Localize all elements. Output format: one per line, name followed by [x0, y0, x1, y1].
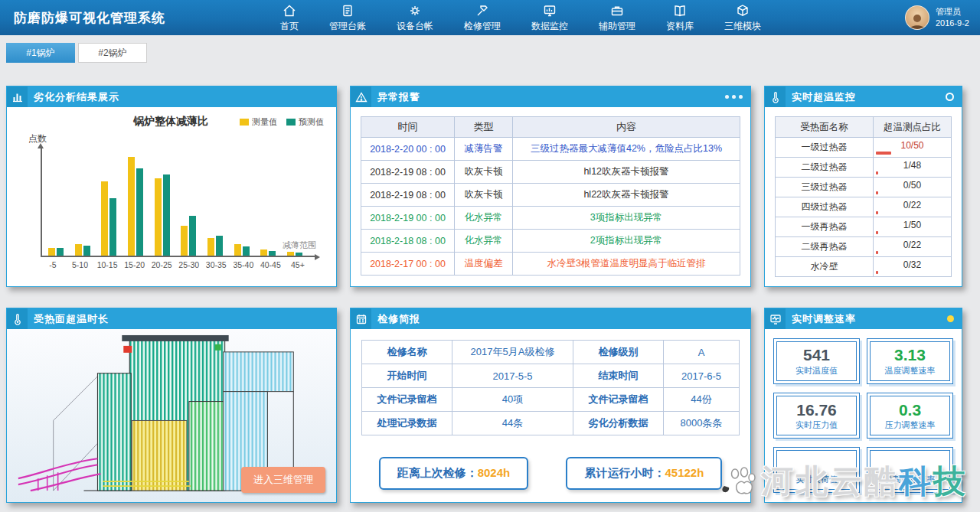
nav-item-auxiliary[interactable]: 辅助管理 [599, 3, 635, 33]
overtemp-row: 二级再热器 0/22 [776, 237, 952, 257]
chart-legend: 测量值 预测值 [240, 116, 324, 128]
alarm-row[interactable]: 2018-2-19 08 : 00 吹灰卡顿 hl12吹灰器卡顿报警 [361, 161, 740, 184]
main-nav: 首页 管理台账 设备台帐 检修管理 数据监控 辅助管理 资料库 三维模块 [280, 3, 761, 33]
chart-body: 锅炉整体减薄比 测量值 预测值 点数 减薄范围 -55-1010-1515-20… [7, 107, 336, 286]
monitor-pulse-icon [765, 308, 786, 329]
alarm-content: hl12吹灰器卡顿报警 [513, 161, 740, 184]
legend-label: 测量值 [252, 116, 277, 128]
legend-entry-predicted: 预测值 [286, 116, 324, 128]
bar-group [181, 147, 196, 256]
field-label: 劣化分析数据 [573, 412, 664, 435]
overtemp-ratio-cell: 0/22 [874, 197, 952, 217]
nav-item-repair[interactable]: 检修管理 [464, 3, 501, 33]
col-content: 内容 [513, 117, 740, 138]
top-bar: 防磨防爆可视化管理系统 首页 管理台账 设备台帐 检修管理 数据监控 辅助管理 … [0, 0, 980, 35]
button-label: 距离上次检修： [397, 466, 478, 479]
alarm-time: 2018-2-17 00 : 00 [361, 253, 455, 276]
nav-item-data-monitor[interactable]: 数据监控 [531, 3, 568, 33]
overtemp-ratio: 0/32 [874, 259, 951, 270]
alarm-type: 吹灰卡顿 [455, 184, 513, 207]
x-tick-label: 25-30 [177, 260, 201, 269]
alarm-type: 化水异常 [455, 230, 513, 253]
since-last-maintenance-button[interactable]: 距离上次检修：8024h [379, 457, 529, 490]
field-value: 2017-5-5 [452, 364, 573, 388]
alarm-time: 2018-2-19 00 : 00 [361, 207, 455, 230]
surface-name: 二级再热器 [776, 237, 874, 257]
total-running-hours-button[interactable]: 累计运行小时：45122h [566, 457, 722, 490]
nav-label: 设备台帐 [397, 20, 433, 33]
panel-title: 实时超温监控 [792, 90, 856, 104]
overtemp-row: 水冷壁 0/32 [776, 257, 952, 277]
alarm-row[interactable]: 2018-2-17 00 : 00 温度偏差 水冷壁3根管道温度明显高于临近管排 [361, 253, 740, 276]
plot-wrap: 点数 减薄范围 [41, 147, 316, 257]
alarm-time: 2018-2-20 00 : 00 [361, 138, 455, 161]
alarm-row[interactable]: 2018-2-18 08 : 00 化水异常 2项指标出现异常 [361, 230, 740, 253]
x-tick-label: 45+ [286, 260, 310, 269]
bar-预测值 [296, 253, 302, 256]
bar-预测值 [57, 248, 64, 256]
overtemp-ratio: 0/50 [874, 180, 951, 191]
avatar [905, 5, 929, 30]
alarm-row[interactable]: 2018-2-19 00 : 00 化水异常 3项指标出现异常 [361, 207, 740, 230]
button-value: 45122h [665, 466, 704, 479]
overtemp-ratio: 10/50 [874, 140, 951, 151]
nav-label: 管理台账 [329, 20, 366, 33]
alarm-type: 减薄告警 [455, 138, 513, 161]
alarm-table: 时间 类型 内容 2018-2-20 00 : 00 减薄告警 三级过热器最大减… [361, 116, 740, 276]
user-name: 管理员 [936, 6, 969, 18]
bar-group [207, 147, 223, 256]
user-profile[interactable]: 管理员 2016-9-2 [905, 5, 969, 30]
surface-name: 四级过热器 [776, 197, 874, 217]
bar-测量值 [260, 249, 267, 256]
surface-name: 一级过热器 [776, 138, 874, 158]
field-label: 检修名称 [362, 341, 452, 364]
bar-预测值 [109, 198, 116, 256]
bar-group [234, 147, 250, 256]
tab-boiler-2[interactable]: #2锅炉 [78, 43, 147, 63]
panel-header: 检修简报 [351, 308, 750, 329]
data-monitor-icon [542, 3, 557, 18]
panel-title: 受热面超温时长 [34, 312, 109, 326]
panel-title: 实时调整速率 [792, 312, 856, 326]
bar-测量值 [75, 244, 82, 256]
tab-boiler-1[interactable]: #1锅炉 [6, 43, 75, 63]
button-value: 8024h [478, 466, 511, 479]
boiler-3d-view[interactable]: 进入三维管理 [7, 329, 336, 502]
col-surface-name: 受热面名称 [776, 117, 874, 138]
alarm-row[interactable]: 2018-2-19 08 : 00 吹灰卡顿 hl22吹灰器卡顿报警 [361, 184, 740, 207]
panel-maintenance-briefing: 检修简报 检修名称 2017年5月A级检修 检修级别 A 开始时间 2017-5… [350, 308, 751, 503]
maintenance-table: 检修名称 2017年5月A级检修 检修级别 A 开始时间 2017-5-5 结束… [361, 340, 740, 435]
panel-overtemp-duration-3d: 受热面超温时长 [6, 308, 337, 503]
nav-item-home[interactable]: 首页 [280, 3, 299, 33]
nav-item-3d-module[interactable]: 三维模块 [724, 3, 761, 33]
surface-name: 一级再热器 [776, 217, 874, 237]
panel-menu-dots[interactable] [725, 95, 743, 99]
briefcase-icon [609, 3, 625, 18]
nav-item-library[interactable]: 资料库 [666, 3, 694, 33]
field-label: 文件记录留档 [573, 388, 664, 412]
nav-item-ledger[interactable]: 管理台账 [329, 3, 366, 33]
panel-title: 劣化分析结果展示 [34, 90, 119, 104]
legend-swatch-measured [240, 119, 249, 126]
status-indicator-icon [947, 315, 954, 322]
nav-item-equipment[interactable]: 设备台帐 [397, 3, 433, 33]
panel-header: 实时调整速率 [765, 308, 962, 329]
panel-header: 实时超温监控 [765, 86, 962, 107]
overtemp-ratio-cell: 0/32 [874, 257, 952, 277]
bar-预测值 [269, 251, 276, 256]
nav-label: 数据监控 [531, 20, 568, 33]
rate-cards: 541 实时温度值 3.13 温度调整速率 16.76 实时压力值 0.3 [765, 329, 962, 502]
alarm-row[interactable]: 2018-2-20 00 : 00 减薄告警 三级过热器最大减薄值42%，危险点… [361, 138, 740, 161]
bar-group [128, 147, 143, 256]
card-realtime-pressure: 16.76 实时压力值 [773, 393, 860, 439]
card-realtime-temperature: 541 实时温度值 [773, 338, 860, 384]
home-icon [282, 3, 297, 18]
surface-name: 三级过热器 [776, 178, 874, 197]
alarm-type: 温度偏差 [455, 253, 513, 276]
surface-name: 二级过热器 [776, 158, 874, 178]
enter-3d-management-button[interactable]: 进入三维管理 [241, 467, 325, 493]
overtemp-ratio: 0/22 [874, 240, 951, 250]
nav-label: 检修管理 [464, 20, 501, 33]
x-tick-label: 10-15 [95, 260, 119, 269]
overtemp-bar [876, 171, 878, 174]
